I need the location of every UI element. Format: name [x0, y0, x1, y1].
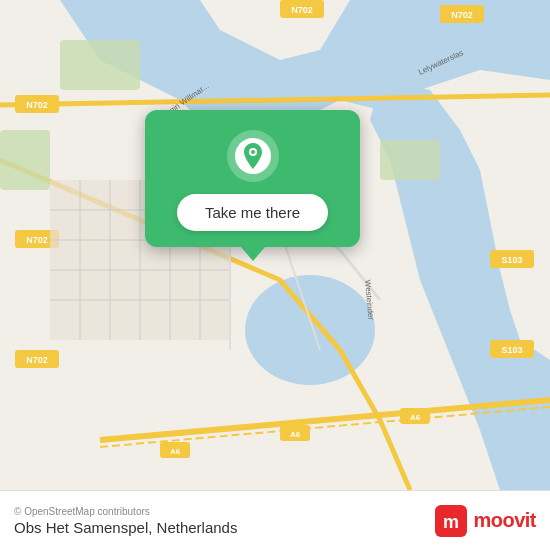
footer-left: © OpenStreetMap contributors Obs Het Sam… — [14, 506, 237, 536]
svg-text:A6: A6 — [290, 430, 301, 439]
moovit-logo: m moovit — [435, 505, 536, 537]
svg-point-39 — [251, 150, 255, 154]
svg-text:m: m — [443, 512, 459, 532]
svg-text:S103: S103 — [501, 345, 522, 355]
location-icon-wrapper — [227, 130, 279, 182]
svg-text:N702: N702 — [451, 10, 473, 20]
svg-rect-32 — [60, 40, 140, 90]
svg-point-1 — [245, 275, 375, 385]
moovit-brand-icon: m — [435, 505, 467, 537]
footer-location: Obs Het Samenspel, Netherlands — [14, 519, 237, 536]
location-icon-inner — [235, 138, 271, 174]
footer-attribution: © OpenStreetMap contributors — [14, 506, 237, 517]
popup-card: Take me there — [145, 110, 360, 247]
map-container: N702 N702 N702 N702 N702 S103 S103 A6 A6… — [0, 0, 550, 490]
svg-rect-34 — [380, 140, 440, 180]
svg-text:A6: A6 — [410, 413, 421, 422]
svg-text:N702: N702 — [26, 235, 48, 245]
moovit-text: moovit — [473, 509, 536, 532]
svg-text:N702: N702 — [26, 355, 48, 365]
take-me-there-button[interactable]: Take me there — [177, 194, 328, 231]
pin-icon — [242, 143, 264, 169]
svg-rect-33 — [0, 130, 50, 190]
svg-text:S103: S103 — [501, 255, 522, 265]
footer: © OpenStreetMap contributors Obs Het Sam… — [0, 490, 550, 550]
svg-text:N702: N702 — [291, 5, 313, 15]
svg-text:N702: N702 — [26, 100, 48, 110]
svg-text:A6: A6 — [170, 447, 181, 456]
